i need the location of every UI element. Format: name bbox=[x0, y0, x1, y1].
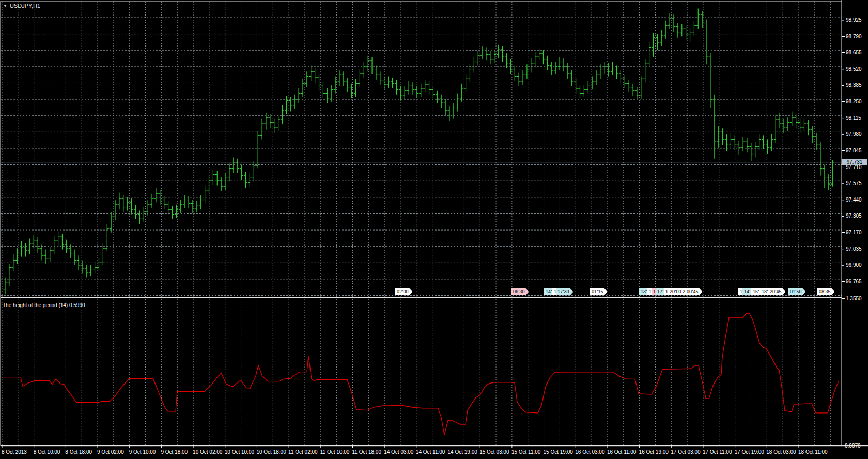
time-tick-label: 18 Oct 11:00 bbox=[798, 449, 828, 455]
time-tick-label: 11 Oct 10:00 bbox=[320, 449, 350, 455]
time-tick-label: 10 Oct 10:00 bbox=[225, 449, 254, 455]
event-time-tag[interactable]: 08:35 bbox=[817, 288, 835, 295]
event-time-tag[interactable]: 01:15 bbox=[590, 288, 608, 295]
time-tick-label: 10 Oct 02:00 bbox=[193, 449, 222, 455]
time-tick-label: 8 Oct 10:00 bbox=[34, 449, 60, 455]
price-tick-label: 97.170 bbox=[846, 230, 862, 236]
price-tick-label: 98.115 bbox=[846, 115, 861, 121]
time-tick-label: 16 Oct 03:00 bbox=[575, 449, 605, 455]
time-tick-label: 9 Oct 02:00 bbox=[97, 449, 124, 455]
price-tick-label: 97.980 bbox=[846, 131, 862, 137]
time-tick-label: 18 Oct 03:00 bbox=[766, 449, 796, 455]
current-price-tag: 97.731 bbox=[842, 159, 867, 165]
dropdown-triangle-icon: ▼ bbox=[3, 4, 7, 8]
event-time-tag[interactable]: 01:50 bbox=[788, 288, 806, 295]
price-tick-label: 97.440 bbox=[846, 197, 862, 203]
time-tick-label: 16 Oct 11:00 bbox=[607, 449, 637, 455]
chart-canvas[interactable] bbox=[0, 0, 868, 459]
price-tick-label: 97.845 bbox=[846, 148, 862, 154]
price-tick-label: 98.925 bbox=[846, 17, 862, 23]
mt4-chart-window: ▼USDJPY,H1 The height of the period (14)… bbox=[0, 0, 868, 459]
time-tick-label: 14 Oct 11:00 bbox=[416, 449, 445, 455]
time-tick-label: 15 Oct 19:00 bbox=[544, 449, 573, 455]
symbol-title-text: USDJPY,H1 bbox=[10, 3, 40, 9]
event-time-tag[interactable]: 02:00 bbox=[395, 288, 413, 295]
price-tick-label: 98.520 bbox=[846, 66, 862, 72]
time-tick-label: 17 Oct 03:00 bbox=[671, 449, 700, 455]
event-time-tag[interactable]: 20:45 bbox=[768, 288, 786, 295]
time-tick-label: 15 Oct 11:00 bbox=[512, 449, 541, 455]
price-tick-label: 96.765 bbox=[846, 279, 862, 285]
time-tick-label: 9 Oct 18:00 bbox=[161, 449, 188, 455]
time-tick-label: 15 Oct 03:00 bbox=[479, 449, 509, 455]
event-time-tag[interactable]: 00:45 bbox=[685, 288, 703, 295]
event-time-tag[interactable]: 06:30 bbox=[512, 288, 529, 295]
time-tick-label: 9 Oct 10:00 bbox=[129, 449, 156, 455]
symbol-title[interactable]: ▼USDJPY,H1 bbox=[3, 3, 40, 9]
time-tick-label: 10 Oct 18:00 bbox=[256, 449, 286, 455]
price-tick-label: 98.790 bbox=[846, 34, 862, 40]
price-tick-label: 97.575 bbox=[846, 180, 862, 187]
time-tick-label: 16 Oct 19:00 bbox=[639, 449, 669, 455]
price-tick-label: 96.900 bbox=[846, 262, 862, 268]
price-tick-label: 98.385 bbox=[846, 82, 862, 88]
time-tick-label: 14 Oct 19:00 bbox=[448, 449, 477, 455]
time-tick-label: 17 Oct 11:00 bbox=[703, 449, 732, 455]
time-tick-label: 14 Oct 03:00 bbox=[384, 449, 413, 455]
indicator-scale-min: 0.0070 bbox=[845, 443, 861, 449]
price-tick-label: 98.655 bbox=[846, 50, 862, 56]
price-tick-label: 97.305 bbox=[846, 213, 862, 219]
indicator-scale-max: 1.3550 bbox=[846, 296, 862, 302]
time-tick-label: 17 Oct 19:00 bbox=[735, 449, 764, 455]
indicator-title: The height of the period (14) 0.5990 bbox=[3, 302, 85, 309]
time-tick-label: 8 Oct 18:00 bbox=[65, 449, 92, 455]
time-tick-label: 11 Oct 02:00 bbox=[288, 449, 318, 455]
price-tick-label: 98.250 bbox=[846, 99, 862, 105]
event-time-tag[interactable]: 17:30 bbox=[556, 288, 574, 295]
time-tick-label: 8 Oct 2013 bbox=[2, 449, 27, 455]
time-tick-label: 11 Oct 18:00 bbox=[352, 449, 381, 455]
price-tick-label: 97.035 bbox=[846, 246, 862, 252]
